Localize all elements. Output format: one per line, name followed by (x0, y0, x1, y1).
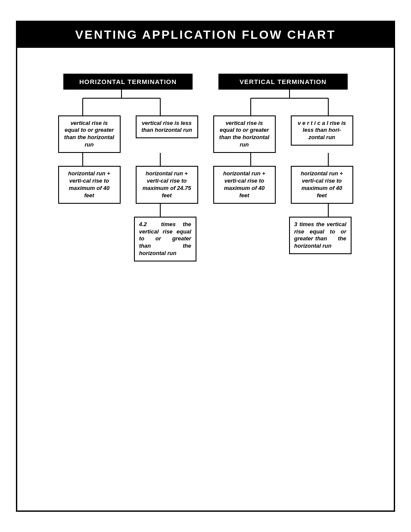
vert-result2-group: horizontal run + verti-cal rise to maxim… (287, 166, 356, 204)
vert-result1-box: horizontal run + verti-cal rise to maxim… (213, 166, 276, 204)
vert-extra2-box: 3 times the vertical rise equal to or gr… (289, 217, 352, 255)
vert-result1-group: horizontal run + verti-cal rise to maxim… (210, 166, 279, 204)
horiz-col2-group: vertical rise is less than horizontal ru… (132, 115, 201, 139)
vertical-termination-header: VERTICAL TERMINATION (218, 74, 348, 90)
horiz-result1-group: horizontal run + verti-cal rise to maxim… (55, 166, 124, 204)
horiz-extra2-group: 4.2 times the vertical rise equal to or … (131, 217, 199, 261)
vert-col1-group: vertical rise is equal to or greater tha… (210, 115, 279, 153)
horiz-cond1-box: vertical rise is equal to or greater tha… (58, 115, 121, 153)
connector-lines-bot (50, 204, 361, 217)
horiz-result2-group: horizontal run + verti-cal rise to maxim… (132, 166, 201, 204)
connector-lines-top (50, 90, 361, 115)
horiz-result1-box: horizontal run + verti-cal rise to maxim… (58, 166, 121, 204)
vert-result2-box: horizontal run + verti-cal rise to maxim… (291, 166, 353, 204)
connector-lines-mid (50, 153, 361, 166)
horiz-col1-group: vertical rise is equal to or greater tha… (55, 115, 124, 153)
page-title: VENTING APPLICATION FLOW CHART (17, 22, 394, 48)
vert-cond1-box: vertical rise is equal to or greater tha… (213, 115, 276, 153)
horiz-cond2-box: vertical rise is less than horizontal ru… (136, 115, 198, 139)
horizontal-termination-header: HORIZONTAL TERMINATION (63, 74, 193, 90)
horiz-result2-box: horizontal run + verti-cal rise to maxim… (136, 166, 198, 204)
vert-col2-group: v e r t i c a l rise is less than hori-z… (287, 115, 356, 146)
vert-extra2-group: 3 times the vertical rise equal to or gr… (286, 217, 355, 255)
vert-cond2-box: v e r t i c a l rise is less than hori-z… (291, 115, 353, 146)
horiz-extra2-box: 4.2 times the vertical rise equal to or … (134, 217, 196, 261)
chart-area: HORIZONTAL TERMINATION VERTICAL TERMINAT… (17, 48, 394, 510)
page-container: VENTING APPLICATION FLOW CHART HORIZONTA… (16, 21, 395, 512)
